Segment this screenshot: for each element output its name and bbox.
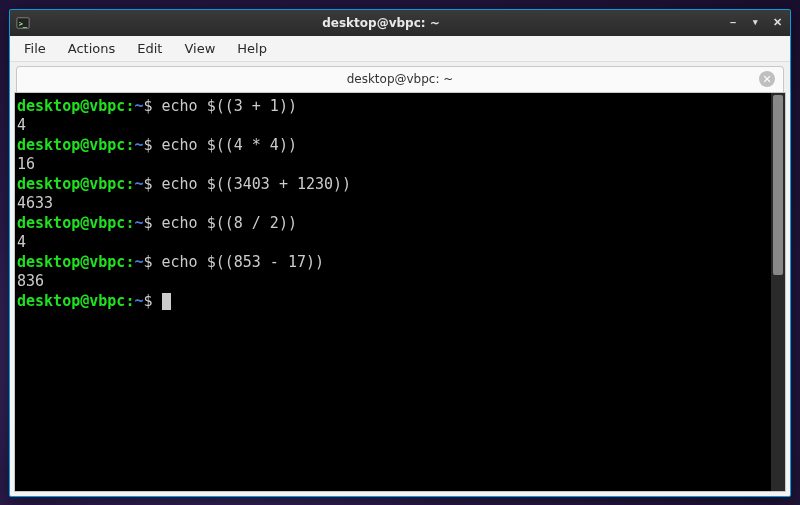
output-text: 4 [17, 116, 769, 136]
tabbar: desktop@vbpc: ~ ✕ [10, 62, 790, 92]
cursor [162, 293, 171, 310]
terminal-line: desktop@vbpc:~$ echo $((853 - 17)) [17, 253, 769, 273]
tab-title: desktop@vbpc: ~ [347, 72, 454, 86]
titlebar[interactable]: >_ desktop@vbpc: ~ – ▾ ✕ [10, 10, 790, 36]
command-text: echo $((3 + 1)) [162, 97, 297, 115]
command-text: echo $((4 * 4)) [162, 136, 297, 154]
window-title: desktop@vbpc: ~ [36, 16, 726, 30]
tab-close-icon[interactable]: ✕ [759, 71, 775, 87]
prompt-symbol: $ [143, 214, 161, 232]
menu-help[interactable]: Help [227, 37, 277, 60]
prompt-user: desktop@vbpc [17, 136, 125, 154]
maximize-button[interactable]: ▾ [748, 16, 762, 30]
svg-text:>_: >_ [19, 19, 28, 27]
terminal-window: >_ desktop@vbpc: ~ – ▾ ✕ File Actions Ed… [9, 9, 791, 497]
window-controls: – ▾ ✕ [726, 16, 784, 30]
prompt-user: desktop@vbpc [17, 175, 125, 193]
prompt-user: desktop@vbpc [17, 253, 125, 271]
prompt-symbol: $ [143, 136, 161, 154]
output-text: 16 [17, 155, 769, 175]
scrollbar[interactable] [771, 93, 785, 491]
menu-view[interactable]: View [174, 37, 225, 60]
terminal-line: desktop@vbpc:~$ echo $((3403 + 1230)) [17, 175, 769, 195]
scroll-thumb[interactable] [773, 95, 783, 275]
minimize-button[interactable]: – [726, 16, 740, 30]
prompt-user: desktop@vbpc [17, 292, 125, 310]
output-text: 836 [17, 272, 769, 292]
terminal-line: desktop@vbpc:~$ echo $((8 / 2)) [17, 214, 769, 234]
terminal-output[interactable]: desktop@vbpc:~$ echo $((3 + 1))4desktop@… [15, 93, 771, 491]
prompt-user: desktop@vbpc [17, 214, 125, 232]
terminal-line: desktop@vbpc:~$ echo $((3 + 1)) [17, 97, 769, 117]
terminal-container: desktop@vbpc:~$ echo $((3 + 1))4desktop@… [14, 92, 786, 492]
command-text: echo $((3403 + 1230)) [162, 175, 352, 193]
command-text: echo $((8 / 2)) [162, 214, 297, 232]
output-text: 4633 [17, 194, 769, 214]
menu-actions[interactable]: Actions [58, 37, 126, 60]
menu-file[interactable]: File [14, 37, 56, 60]
terminal-line: desktop@vbpc:~$ echo $((4 * 4)) [17, 136, 769, 156]
menu-edit[interactable]: Edit [127, 37, 172, 60]
output-text: 4 [17, 233, 769, 253]
tab-active[interactable]: desktop@vbpc: ~ ✕ [16, 66, 784, 92]
prompt-user: desktop@vbpc [17, 97, 125, 115]
command-text: echo $((853 - 17)) [162, 253, 325, 271]
prompt-symbol: $ [143, 253, 161, 271]
prompt-symbol: $ [143, 175, 161, 193]
app-icon: >_ [16, 16, 30, 30]
prompt-symbol: $ [143, 97, 161, 115]
close-button[interactable]: ✕ [770, 16, 784, 30]
prompt-symbol: $ [143, 292, 161, 310]
terminal-line: desktop@vbpc:~$ [17, 292, 769, 312]
menubar: File Actions Edit View Help [10, 36, 790, 62]
